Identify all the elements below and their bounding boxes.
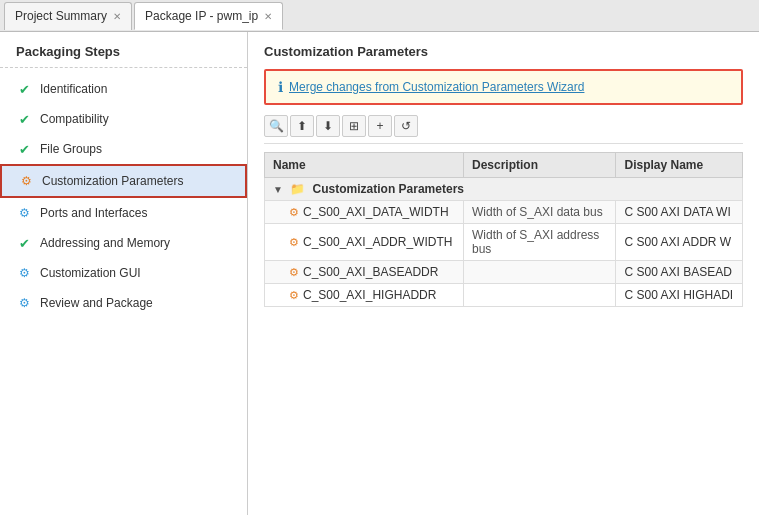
- pending-icon: ⚙: [16, 265, 32, 281]
- sidebar-item-customization-parameters[interactable]: ⚙ Customization Parameters: [0, 164, 247, 198]
- param-name: C_S00_AXI_HIGHADDR: [303, 288, 436, 302]
- param-display-name: C S00 AXI ADDR W: [624, 235, 731, 249]
- param-desc-cell: Width of S_AXI address bus: [463, 224, 616, 261]
- sidebar-item-compatibility[interactable]: ✔ Compatibility: [0, 104, 247, 134]
- tab-package-ip-close[interactable]: ✕: [264, 11, 272, 22]
- table-row: ⚙ C_S00_AXI_DATA_WIDTH Width of S_AXI da…: [265, 201, 743, 224]
- sidebar-item-customization-gui-label: Customization GUI: [40, 266, 141, 280]
- collapse-all-button[interactable]: ⬆: [290, 115, 314, 137]
- param-name-wrapper: ⚙ C_S00_AXI_BASEADDR: [273, 265, 455, 279]
- param-name-wrapper: ⚙ C_S00_AXI_ADDR_WIDTH: [273, 235, 455, 249]
- tab-package-ip-label: Package IP - pwm_ip: [145, 9, 258, 23]
- sidebar-item-addressing-memory[interactable]: ✔ Addressing and Memory: [0, 228, 247, 258]
- sidebar-item-file-groups[interactable]: ✔ File Groups: [0, 134, 247, 164]
- pending-icon: ⚙: [16, 295, 32, 311]
- col-header-name: Name: [265, 153, 464, 178]
- param-name: C_S00_AXI_DATA_WIDTH: [303, 205, 449, 219]
- param-name-cell: ⚙ C_S00_AXI_HIGHADDR: [265, 284, 464, 307]
- sidebar-item-ports-interfaces[interactable]: ⚙ Ports and Interfaces: [0, 198, 247, 228]
- expand-all-button[interactable]: ⬇: [316, 115, 340, 137]
- param-desc-cell: [463, 261, 616, 284]
- merge-changes-link[interactable]: Merge changes from Customization Paramet…: [289, 80, 584, 94]
- sidebar-item-identification[interactable]: ✔ Identification: [0, 74, 247, 104]
- info-icon: ℹ: [278, 79, 283, 95]
- sidebar-item-review-package[interactable]: ⚙ Review and Package: [0, 288, 247, 318]
- col-header-description: Description: [463, 153, 616, 178]
- tab-project-summary[interactable]: Project Summary ✕: [4, 2, 132, 30]
- sidebar: Packaging Steps ✔ Identification ✔ Compa…: [0, 32, 248, 515]
- param-display-name: C S00 AXI BASEAD: [624, 265, 731, 279]
- expand-arrow-icon[interactable]: ▼: [273, 184, 283, 195]
- table-row: ⚙ C_S00_AXI_BASEADDR C S00 AXI BASEAD: [265, 261, 743, 284]
- tab-bar: Project Summary ✕ Package IP - pwm_ip ✕: [0, 0, 759, 32]
- param-display-cell: C S00 AXI DATA WI: [616, 201, 743, 224]
- gear-icon: ⚙: [289, 289, 299, 302]
- tab-package-ip[interactable]: Package IP - pwm_ip ✕: [134, 2, 283, 30]
- param-display-cell: C S00 AXI BASEAD: [616, 261, 743, 284]
- main-layout: Packaging Steps ✔ Identification ✔ Compa…: [0, 32, 759, 515]
- param-name-cell: ⚙ C_S00_AXI_DATA_WIDTH: [265, 201, 464, 224]
- sidebar-item-file-groups-label: File Groups: [40, 142, 102, 156]
- col-header-display-name: Display Name: [616, 153, 743, 178]
- table-row: ⚙ C_S00_AXI_HIGHADDR C S00 AXI HIGHADI: [265, 284, 743, 307]
- param-display-name: C S00 AXI DATA WI: [624, 205, 730, 219]
- param-display-cell: C S00 AXI ADDR W: [616, 224, 743, 261]
- group-label: Customization Parameters: [313, 182, 464, 196]
- param-name-wrapper: ⚙ C_S00_AXI_DATA_WIDTH: [273, 205, 455, 219]
- refresh-button[interactable]: ↺: [394, 115, 418, 137]
- check-icon: ✔: [16, 81, 32, 97]
- sidebar-item-compatibility-label: Compatibility: [40, 112, 109, 126]
- param-name: C_S00_AXI_ADDR_WIDTH: [303, 235, 452, 249]
- search-button[interactable]: 🔍: [264, 115, 288, 137]
- params-table: Name Description Display Name ▼ 📁 Custom…: [264, 152, 743, 307]
- gear-icon: ⚙: [289, 206, 299, 219]
- sidebar-item-identification-label: Identification: [40, 82, 107, 96]
- alert-box: ℹ Merge changes from Customization Param…: [264, 69, 743, 105]
- sidebar-item-ports-interfaces-label: Ports and Interfaces: [40, 206, 147, 220]
- check-icon: ✔: [16, 235, 32, 251]
- sidebar-item-addressing-memory-label: Addressing and Memory: [40, 236, 170, 250]
- table-row: ⚙ C_S00_AXI_ADDR_WIDTH Width of S_AXI ad…: [265, 224, 743, 261]
- param-name-cell: ⚙ C_S00_AXI_BASEADDR: [265, 261, 464, 284]
- sidebar-title: Packaging Steps: [0, 44, 247, 68]
- gear-icon: ⚙: [289, 236, 299, 249]
- tab-project-summary-label: Project Summary: [15, 9, 107, 23]
- gear-icon: ⚙: [289, 266, 299, 279]
- check-icon: ✔: [16, 111, 32, 127]
- group-label-cell: ▼ 📁 Customization Parameters: [265, 178, 743, 201]
- param-display-cell: C S00 AXI HIGHADI: [616, 284, 743, 307]
- add-button[interactable]: +: [368, 115, 392, 137]
- tab-project-summary-close[interactable]: ✕: [113, 11, 121, 22]
- toolbar: 🔍 ⬆ ⬇ ⊞ + ↺: [264, 115, 743, 144]
- folder-icon: 📁: [290, 182, 305, 196]
- sidebar-item-customization-parameters-label: Customization Parameters: [42, 174, 183, 188]
- gear-icon: ⚙: [18, 173, 34, 189]
- check-icon: ✔: [16, 141, 32, 157]
- sidebar-item-customization-gui[interactable]: ⚙ Customization GUI: [0, 258, 247, 288]
- param-desc-cell: Width of S_AXI data bus: [463, 201, 616, 224]
- param-description: Width of S_AXI address bus: [472, 228, 599, 256]
- param-name: C_S00_AXI_BASEADDR: [303, 265, 438, 279]
- sidebar-item-review-package-label: Review and Package: [40, 296, 153, 310]
- param-desc-cell: [463, 284, 616, 307]
- table-group-row: ▼ 📁 Customization Parameters: [265, 178, 743, 201]
- fit-columns-button[interactable]: ⊞: [342, 115, 366, 137]
- content-title: Customization Parameters: [264, 44, 743, 59]
- content-area: Customization Parameters ℹ Merge changes…: [248, 32, 759, 515]
- param-name-wrapper: ⚙ C_S00_AXI_HIGHADDR: [273, 288, 455, 302]
- param-name-cell: ⚙ C_S00_AXI_ADDR_WIDTH: [265, 224, 464, 261]
- pending-icon: ⚙: [16, 205, 32, 221]
- param-display-name: C S00 AXI HIGHADI: [624, 288, 733, 302]
- param-description: Width of S_AXI data bus: [472, 205, 603, 219]
